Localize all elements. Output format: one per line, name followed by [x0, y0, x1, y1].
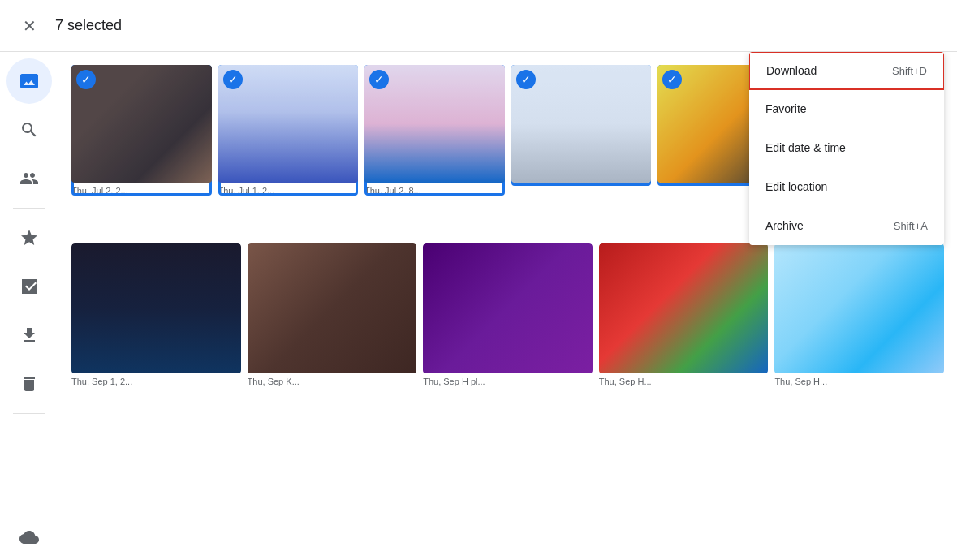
menu-item-download-label: Download — [766, 64, 817, 77]
menu-item-archive-label: Archive — [765, 219, 804, 232]
photos-icon — [19, 71, 39, 91]
photo-row-2: Thu, Sep 1, 2... Thu, Sep K... Thu, Sep … — [71, 243, 944, 386]
photo-label-9: Thu, Sep H pl... — [423, 377, 593, 386]
photo-thumb-8 — [248, 243, 417, 373]
people-icon — [19, 169, 39, 188]
check-badge-2: ✓ — [223, 70, 243, 89]
sidebar-divider-2 — [13, 413, 45, 414]
menu-item-download-shortcut: Shift+D — [892, 65, 927, 77]
menu-item-edit-location[interactable]: Edit location — [749, 167, 944, 206]
photo-label-11: Thu, Sep H... — [774, 377, 944, 386]
star-icon — [19, 228, 39, 248]
photo-item-3[interactable]: ✓ Thu, Jul 2, 8... — [364, 65, 505, 196]
menu-item-edit-date-time-label: Edit date & time — [765, 141, 846, 154]
menu-item-favorite[interactable]: Favorite — [749, 89, 944, 128]
photo-item-2[interactable]: ✓ Thu, Jul 1, 2... — [218, 65, 359, 196]
menu-item-edit-location-label: Edit location — [765, 180, 827, 193]
photo-item-4[interactable]: ✓ — [511, 65, 652, 186]
cloud-icon — [19, 528, 39, 547]
photo-item-10[interactable]: Thu, Sep H... — [599, 243, 769, 386]
photo-thumb-10 — [599, 243, 769, 373]
photo-label-2: Thu, Jul 1, 2... — [218, 186, 359, 196]
photo-thumb-9 — [423, 243, 593, 373]
menu-item-archive[interactable]: Archive Shift+A — [749, 206, 944, 245]
photo-label-3: Thu, Jul 2, 8... — [364, 186, 505, 196]
menu-item-download[interactable]: Download Shift+D — [749, 52, 944, 90]
photo-label-10: Thu, Sep H... — [599, 377, 769, 386]
photo-item-9[interactable]: Thu, Sep H pl... — [423, 243, 593, 386]
check-badge-4: ✓ — [516, 70, 536, 89]
download-icon — [19, 325, 39, 345]
sidebar-item-photos[interactable] — [6, 58, 52, 104]
sidebar-item-search[interactable] — [6, 107, 52, 153]
photo-item-8[interactable]: Thu, Sep K... — [248, 243, 417, 386]
photo-item-11[interactable]: Thu, Sep H... — [774, 243, 944, 386]
photo-thumb-11 — [774, 243, 944, 373]
menu-item-edit-date-time[interactable]: Edit date & time — [749, 128, 944, 167]
close-button[interactable]: ✕ — [13, 10, 45, 42]
menu-item-favorite-label: Favorite — [765, 102, 807, 115]
sidebar-item-sharing[interactable] — [6, 156, 52, 201]
check-badge-3: ✓ — [369, 70, 389, 89]
sidebar-divider-1 — [13, 208, 45, 209]
photo-thumb-7 — [71, 243, 241, 373]
sidebar-item-utilities[interactable] — [6, 264, 52, 309]
trash-icon — [19, 374, 39, 394]
sidebar — [0, 52, 58, 560]
selected-count: 7 selected — [55, 17, 122, 34]
photo-label-8: Thu, Sep K... — [248, 377, 417, 386]
sidebar-item-import[interactable] — [6, 312, 52, 358]
sidebar-item-favorites[interactable] — [6, 215, 52, 261]
photo-label-7: Thu, Sep 1, 2... — [71, 377, 241, 386]
sidebar-item-trash[interactable] — [6, 361, 52, 407]
utilities-icon — [19, 277, 39, 296]
close-icon: ✕ — [23, 16, 37, 36]
photo-label-1: Thu, Jul 2, 2... — [71, 186, 212, 196]
photo-item-7[interactable]: Thu, Sep 1, 2... — [71, 243, 241, 386]
context-menu: Download Shift+D Favorite Edit date & ti… — [749, 52, 944, 245]
check-badge-1: ✓ — [76, 70, 96, 89]
main-content: ✓ Thu, Jul 2, 2... ✓ Thu, Jul 1, 2... ✓ … — [58, 52, 957, 560]
top-bar: ✕ 7 selected — [0, 0, 957, 52]
menu-item-archive-shortcut: Shift+A — [894, 220, 928, 232]
search-icon — [19, 120, 39, 140]
sidebar-item-archive[interactable] — [6, 515, 52, 560]
check-badge-5: ✓ — [662, 70, 682, 89]
photo-item-1[interactable]: ✓ Thu, Jul 2, 2... — [71, 65, 212, 196]
